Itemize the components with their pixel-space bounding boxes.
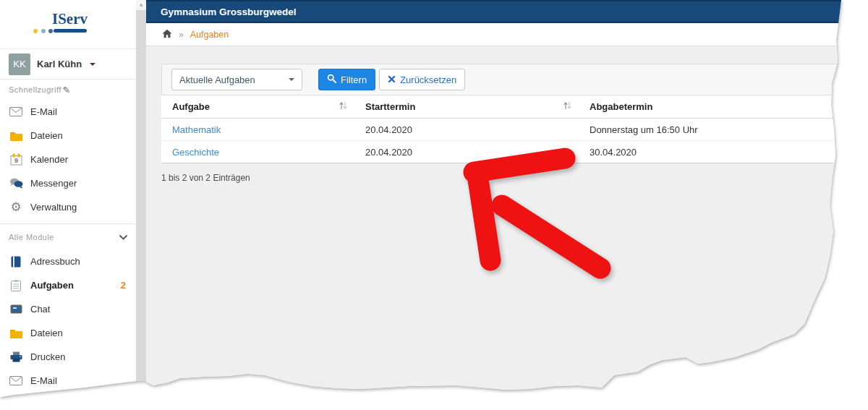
page: IServ KK Karl Kühn Schnellzugriff ✎ E-Ma… [0,0,868,410]
sidebar-item-label: E-Mail [30,106,57,117]
folder-icon [9,328,23,338]
sidebar-item-label: E-Mail [30,375,57,386]
chevron-down-icon [119,233,127,242]
sort-icon[interactable] [563,101,571,112]
school-name: Gymnasium Grossburgwedel [161,7,297,17]
sidebar-item-aufgaben[interactable]: Aufgaben 2 [0,273,136,297]
aufgaben-count-badge: 2 [121,280,127,291]
sidebar-item-label: Kalender [30,154,68,165]
printer-icon [9,351,23,362]
reset-button-label: Zurücksetzen [400,74,456,85]
monitor-icon [9,304,23,315]
home-icon[interactable] [162,29,172,40]
sidebar-item-email[interactable]: E-Mail [0,100,136,124]
pencil-icon[interactable]: ✎ [63,85,71,95]
column-header-starttermin[interactable]: Starttermin [354,101,579,112]
sidebar-item-label: Verwaltung [30,202,77,213]
logo-dot-yellow [33,29,38,33]
gear-icon: ⚙ [9,201,23,213]
logo-dot-blue [48,29,53,33]
filter-panel: Aktuelle Aufgaben Filtern Zurücksetzen [161,64,868,95]
sidebar-item-kalender[interactable]: 9 Kalender [0,148,136,171]
sidebar-item-label: Adressbuch [30,256,80,267]
envelope-icon [9,107,23,116]
tasks-table: Aufgabe Starttermin Abgabetermin [161,95,868,163]
chat-bubbles-icon [9,178,23,189]
table-row: Geschichte 20.04.2020 30.04.2020 [161,141,868,163]
iserv-logo[interactable]: IServ [0,0,136,49]
all-modules-header[interactable]: Alle Module [0,223,136,249]
sidebar-item-email-module[interactable]: E-Mail [0,369,136,393]
column-header-abgabetermin[interactable]: Abgabetermin [579,101,868,112]
breadcrumb: » Aufgaben [146,23,868,46]
sidebar-item-chat[interactable]: Chat [0,297,136,321]
user-menu[interactable]: KK Karl Kühn [0,49,136,80]
quick-access-header: Schnellzugriff ✎ [0,80,136,100]
sidebar-item-adressbuch[interactable]: Adressbuch [0,249,136,273]
caret-down-icon [90,63,95,66]
start-date: 20.04.2020 [365,147,412,158]
sidebar: IServ KK Karl Kühn Schnellzugriff ✎ E-Ma… [0,0,136,410]
task-filter-dropdown[interactable]: Aktuelle Aufgaben [171,69,302,90]
task-link-mathematik[interactable]: Mathematik [172,124,221,135]
logo-text: IServ [52,10,88,28]
sidebar-item-label: Dateien [30,328,63,338]
start-date: 20.04.2020 [365,124,412,135]
logo-underline [54,29,87,33]
envelope-icon [9,376,23,385]
main-area: Gymnasium Grossburgwedel » Aufgaben Aktu… [146,0,868,410]
entries-summary: 1 bis 2 von 2 Einträgen [161,173,868,183]
sidebar-item-label: Aufgaben [30,280,114,291]
sort-icon[interactable] [339,101,347,112]
scroll-up-icon[interactable]: ˄ [136,0,146,10]
x-icon [388,74,396,85]
breadcrumb-separator: » [179,30,184,40]
sidebar-item-dateien-module[interactable]: Dateien [0,321,136,345]
torn-screenshot-wrapper: IServ KK Karl Kühn Schnellzugriff ✎ E-Ma… [0,0,868,410]
content: Aktuelle Aufgaben Filtern Zurücksetzen [146,46,868,183]
sidebar-item-verwaltung[interactable]: ⚙ Verwaltung [0,195,136,219]
clipboard-icon [9,280,23,291]
dropdown-selected-value: Aktuelle Aufgaben [179,74,289,85]
breadcrumb-current[interactable]: Aufgaben [190,30,229,40]
reset-button[interactable]: Zurücksetzen [379,69,465,90]
sidebar-item-label: Chat [30,304,50,315]
folder-icon [9,131,23,141]
filter-button-label: Filtern [341,74,367,85]
due-date: 30.04.2020 [590,147,637,158]
due-date: Donnerstag um 16:50 Uhr [590,124,698,135]
column-header-aufgabe[interactable]: Aufgabe [161,101,354,112]
sidebar-item-dateien[interactable]: Dateien [0,124,136,148]
school-header-bar: Gymnasium Grossburgwedel [146,0,868,23]
sidebar-item-label: Dateien [30,130,63,141]
sidebar-item-drucken[interactable]: Drucken [0,345,136,369]
calendar-icon: 9 [9,153,23,166]
task-link-geschichte[interactable]: Geschichte [172,147,219,158]
avatar: KK [9,54,30,75]
book-icon [9,256,23,268]
user-name: Karl Kühn [37,59,82,69]
quick-access-label: Schnellzugriff [9,85,61,94]
calendar-day: 9 [14,157,17,164]
chevron-down-icon [289,78,294,81]
logo-dot-lightblue [41,29,46,33]
sidebar-item-label: Drucken [30,351,65,362]
sidebar-item-label: Messenger [30,178,77,189]
filter-button[interactable]: Filtern [318,69,375,90]
table-header-row: Aufgabe Starttermin Abgabetermin [161,95,868,119]
sidebar-scrollbar[interactable]: ˄ [136,0,146,410]
sidebar-item-messenger[interactable]: Messenger [0,171,136,195]
search-icon [327,74,336,85]
table-row: Mathematik 20.04.2020 Donnerstag um 16:5… [161,119,868,141]
all-modules-label: Alle Module [9,233,54,242]
